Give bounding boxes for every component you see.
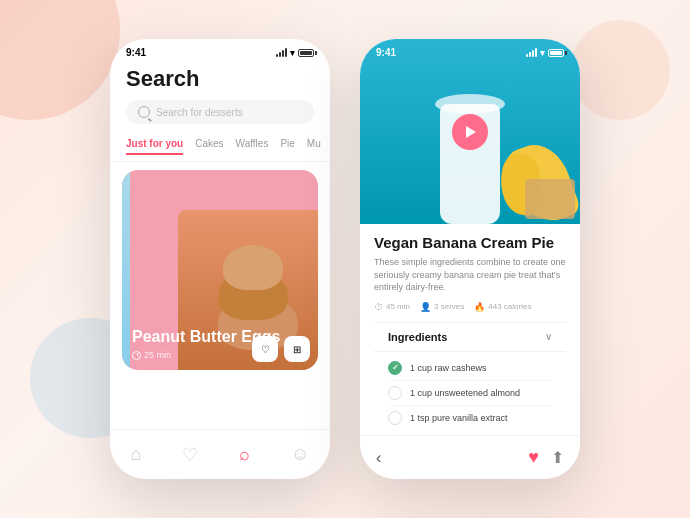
tab-pie[interactable]: Pie: [280, 138, 294, 155]
heart-button[interactable]: ♥: [528, 447, 539, 468]
play-button[interactable]: [452, 114, 488, 150]
clock-icon: [132, 351, 141, 360]
fire-icon: 🔥: [474, 302, 485, 312]
save-button[interactable]: ♡: [252, 336, 278, 362]
right-phone: 9:41 ▾: [360, 39, 580, 479]
nav-search[interactable]: ⌕: [239, 444, 250, 465]
status-icons-right: ▾: [526, 48, 564, 58]
status-bar-right: 9:41 ▾: [360, 39, 580, 62]
recipe-duration: 25 min: [144, 350, 171, 360]
back-button[interactable]: ‹: [376, 449, 381, 467]
check-1[interactable]: ✓: [388, 361, 402, 375]
ingredients-title: Ingredients: [388, 331, 447, 343]
search-bar[interactable]: Search for desserts: [126, 100, 314, 124]
food-visual-3: [223, 245, 283, 290]
bottom-nav-right: ‹ ♥ ⬆: [360, 435, 580, 479]
search-placeholder: Search for desserts: [156, 107, 243, 118]
tab-cakes[interactable]: Cakes: [195, 138, 223, 155]
battery-right: [548, 49, 564, 57]
time-left: 9:41: [126, 47, 146, 58]
search-icon: [138, 106, 150, 118]
ingredient-list: ✓ 1 cup raw cashews 1 cup unsweetened al…: [374, 352, 566, 429]
nav-favorites[interactable]: ♡: [182, 444, 198, 466]
nav-home[interactable]: ⌂: [130, 444, 141, 465]
right-actions: ♥ ⬆: [528, 447, 564, 468]
meta-serves: 👤 3 serves: [420, 302, 464, 312]
share-button[interactable]: ⊞: [284, 336, 310, 362]
ingredient-item-1: ✓ 1 cup raw cashews: [388, 356, 552, 381]
card-actions: ♡ ⊞: [252, 336, 310, 362]
ingredient-item-2: 1 cup unsweetened almond: [388, 381, 552, 406]
page-title: Search: [126, 66, 314, 92]
wifi-right: ▾: [540, 48, 545, 58]
recipe-content: Vegan Banana Cream Pie These simple ingr…: [360, 224, 580, 429]
time-right: 9:41: [376, 47, 396, 58]
bottom-nav-left: ⌂ ♡ ⌕ ☺: [110, 429, 330, 479]
left-header: Search Search for desserts: [110, 62, 330, 132]
share-button-right[interactable]: ⬆: [551, 448, 564, 467]
cookie-stack: [525, 179, 575, 219]
check-2[interactable]: [388, 386, 402, 400]
category-tabs: Just for you Cakes Waffles Pie Mu: [110, 132, 330, 162]
featured-recipe-card[interactable]: Peanut Butter Eggs 25 min ♡ ⊞: [122, 170, 318, 370]
ingredient-text-1: 1 cup raw cashews: [410, 363, 487, 373]
recipe-title-right: Vegan Banana Cream Pie: [374, 234, 566, 252]
person-icon: 👤: [420, 302, 431, 312]
ingredient-text-3: 1 tsp pure vanilla extract: [410, 413, 508, 423]
tab-just-for-you[interactable]: Just for you: [126, 138, 183, 155]
meta-time: ⏱ 45 min: [374, 302, 410, 312]
ingredient-item-3: 1 tsp pure vanilla extract: [388, 406, 552, 429]
meta-calories: 🔥 443 calories: [474, 302, 531, 312]
status-icons-left: ▾: [276, 48, 314, 58]
recipe-description: These simple ingredients combine to crea…: [374, 256, 566, 294]
signal-icon: [276, 48, 287, 57]
battery-icon: [298, 49, 314, 57]
ingredients-header[interactable]: Ingredients ∨: [374, 322, 566, 352]
hero-image: [360, 39, 580, 224]
left-phone: 9:41 ▾ Search Search for desserts: [110, 39, 330, 479]
play-icon: [466, 126, 476, 138]
tab-mu[interactable]: Mu: [307, 138, 321, 155]
chevron-down-icon: ∨: [545, 331, 552, 342]
meta-serves-value: 3 serves: [434, 302, 464, 311]
meta-calories-value: 443 calories: [488, 302, 531, 311]
tab-waffles[interactable]: Waffles: [236, 138, 269, 155]
recipe-meta: ⏱ 45 min 👤 3 serves 🔥 443 calories: [374, 302, 566, 312]
meta-time-value: 45 min: [386, 302, 410, 311]
status-bar-left: 9:41 ▾: [110, 39, 330, 62]
check-3[interactable]: [388, 411, 402, 425]
wifi-icon: ▾: [290, 48, 295, 58]
signal-right: [526, 48, 537, 57]
nav-profile[interactable]: ☺: [291, 444, 309, 465]
ingredient-text-2: 1 cup unsweetened almond: [410, 388, 520, 398]
cup-top: [435, 94, 505, 114]
clock-icon-right: ⏱: [374, 302, 383, 312]
